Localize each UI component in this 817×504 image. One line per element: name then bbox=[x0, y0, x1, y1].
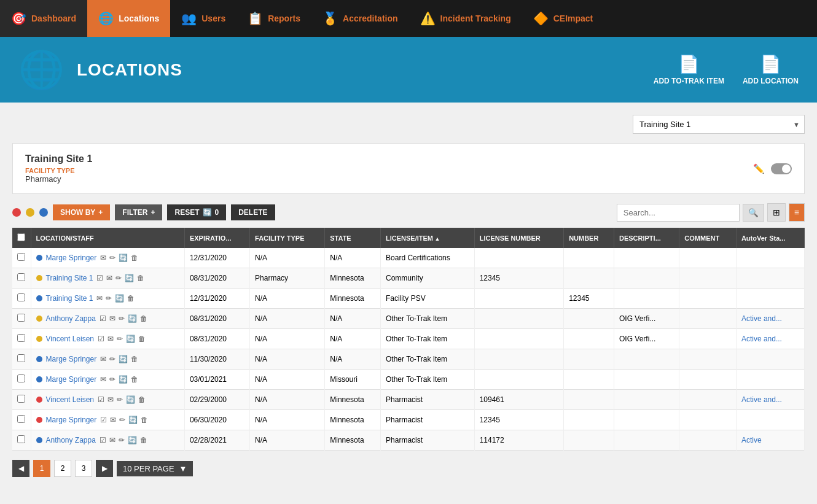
row-sync-icon[interactable]: 🔄 bbox=[119, 254, 128, 262]
per-page-selector[interactable]: 10 PER PAGE ▼ bbox=[117, 461, 193, 476]
row-name-link[interactable]: Training Site 1 bbox=[46, 274, 93, 282]
row-mail-icon[interactable]: ✉ bbox=[100, 355, 106, 363]
row-sync-icon[interactable]: 🔄 bbox=[119, 375, 128, 384]
row-name-link[interactable]: Marge Springer bbox=[46, 355, 97, 363]
row-checkbox[interactable] bbox=[17, 354, 25, 362]
row-mail-icon[interactable]: ✉ bbox=[100, 375, 106, 384]
row-delete-icon[interactable]: 🗑 bbox=[141, 416, 148, 424]
row-delete-icon[interactable]: 🗑 bbox=[131, 375, 138, 384]
row-name-link[interactable]: Training Site 1 bbox=[46, 294, 93, 303]
row-mail-icon[interactable]: ✉ bbox=[109, 314, 115, 323]
row-name-link[interactable]: Anthony Zappa bbox=[46, 436, 96, 444]
row-checkbox[interactable] bbox=[17, 395, 25, 403]
row-checkbox[interactable] bbox=[17, 415, 25, 423]
row-mail-icon[interactable]: ✉ bbox=[109, 436, 115, 444]
show-by-button[interactable]: SHOW BY + bbox=[53, 204, 110, 220]
nav-reports[interactable]: 📋 Reports bbox=[237, 0, 311, 37]
row-checkbox[interactable] bbox=[17, 334, 25, 342]
row-sync-icon[interactable]: 🔄 bbox=[126, 335, 135, 343]
row-name-link[interactable]: Marge Springer bbox=[46, 375, 97, 384]
row-sync-icon[interactable]: 🔄 bbox=[126, 395, 135, 404]
row-checkbox-cell[interactable] bbox=[12, 309, 31, 329]
row-edit-icon[interactable]: ✏ bbox=[109, 375, 115, 384]
row-edit-icon[interactable]: ✏ bbox=[117, 395, 123, 404]
row-check-icon[interactable]: ☑ bbox=[100, 416, 107, 424]
row-delete-icon[interactable]: 🗑 bbox=[140, 314, 147, 323]
row-sync-icon[interactable]: 🔄 bbox=[128, 436, 137, 444]
filter-dot-blue[interactable] bbox=[39, 208, 48, 217]
select-all-checkbox[interactable] bbox=[17, 233, 25, 241]
col-auto-ver-status[interactable]: AutoVer Sta... bbox=[736, 228, 804, 248]
filter-dot-red[interactable] bbox=[12, 208, 21, 217]
page-3-button[interactable]: 3 bbox=[75, 460, 92, 477]
site-selector[interactable]: Training Site 1 Training Site 2 bbox=[633, 115, 805, 134]
facility-edit-icon[interactable]: ✏️ bbox=[753, 163, 765, 174]
prev-page-button[interactable]: ◀ bbox=[12, 460, 29, 477]
col-state[interactable]: STATE bbox=[325, 228, 381, 248]
add-location-button[interactable]: 📄 ADD LOCATION bbox=[743, 54, 799, 85]
row-check-icon[interactable]: ☑ bbox=[100, 436, 106, 444]
nav-accreditation[interactable]: 🏅 Accreditation bbox=[311, 0, 408, 37]
row-checkbox[interactable] bbox=[17, 435, 25, 443]
filter-dot-yellow[interactable] bbox=[26, 208, 34, 217]
col-license-number[interactable]: LICENSE NUMBER bbox=[474, 228, 563, 248]
row-checkbox-cell[interactable] bbox=[12, 268, 31, 289]
reset-button[interactable]: RESET 🔄 0 bbox=[167, 204, 226, 220]
row-name-link[interactable]: Anthony Zappa bbox=[46, 314, 96, 323]
search-input[interactable] bbox=[617, 204, 740, 222]
row-checkbox[interactable] bbox=[17, 273, 25, 281]
row-delete-icon[interactable]: 🗑 bbox=[140, 436, 147, 444]
row-checkbox-cell[interactable] bbox=[12, 410, 31, 430]
row-edit-icon[interactable]: ✏ bbox=[109, 254, 115, 262]
facility-toggle[interactable] bbox=[771, 163, 792, 174]
list-view-button[interactable]: ≡ bbox=[789, 203, 805, 222]
row-name-link[interactable]: Vincent Leisen bbox=[46, 335, 95, 343]
nav-dashboard[interactable]: 🎯 Dashboard bbox=[0, 0, 87, 37]
row-sync-icon[interactable]: 🔄 bbox=[128, 314, 137, 323]
nav-incident-tracking[interactable]: ⚠️ Incident Tracking bbox=[409, 0, 522, 37]
row-sync-icon[interactable]: 🔄 bbox=[125, 274, 134, 282]
row-edit-icon[interactable]: ✏ bbox=[115, 274, 122, 282]
row-mail-icon[interactable]: ✉ bbox=[96, 294, 103, 303]
row-checkbox[interactable] bbox=[17, 293, 25, 301]
row-edit-icon[interactable]: ✏ bbox=[119, 436, 125, 444]
nav-users[interactable]: 👥 Users bbox=[170, 0, 237, 37]
row-edit-icon[interactable]: ✏ bbox=[119, 416, 125, 424]
row-delete-icon[interactable]: 🗑 bbox=[127, 294, 135, 303]
row-check-icon[interactable]: ☑ bbox=[96, 274, 103, 282]
row-sync-icon[interactable]: 🔄 bbox=[128, 416, 138, 424]
select-all-header[interactable] bbox=[12, 228, 31, 248]
row-sync-icon[interactable]: 🔄 bbox=[119, 355, 128, 363]
row-checkbox-cell[interactable] bbox=[12, 248, 31, 268]
row-name-link[interactable]: Vincent Leisen bbox=[46, 395, 95, 404]
row-checkbox[interactable] bbox=[17, 374, 25, 382]
col-expiration[interactable]: EXPIRATIO... bbox=[184, 228, 249, 248]
row-edit-icon[interactable]: ✏ bbox=[106, 294, 112, 303]
row-delete-icon[interactable]: 🗑 bbox=[138, 395, 146, 404]
row-delete-icon[interactable]: 🗑 bbox=[131, 254, 138, 262]
col-location-staff[interactable]: LOCATION/STAFF bbox=[31, 228, 184, 248]
row-mail-icon[interactable]: ✉ bbox=[100, 254, 106, 262]
row-check-icon[interactable]: ☑ bbox=[98, 335, 104, 343]
row-checkbox-cell[interactable] bbox=[12, 430, 31, 451]
filter-button[interactable]: FILTER + bbox=[115, 204, 162, 220]
row-mail-icon[interactable]: ✉ bbox=[108, 395, 114, 404]
row-name-link[interactable]: Marge Springer bbox=[46, 254, 97, 262]
col-number[interactable]: NUMBER bbox=[564, 228, 614, 248]
page-1-button[interactable]: 1 bbox=[33, 460, 50, 477]
row-delete-icon[interactable]: 🗑 bbox=[138, 335, 146, 343]
col-facility-type[interactable]: FACILITY TYPE bbox=[250, 228, 325, 248]
row-checkbox-cell[interactable] bbox=[12, 289, 31, 309]
row-edit-icon[interactable]: ✏ bbox=[109, 355, 115, 363]
row-checkbox[interactable] bbox=[17, 314, 25, 322]
row-name-link[interactable]: Marge Springer bbox=[46, 416, 97, 424]
col-comment[interactable]: COMMENT bbox=[679, 228, 737, 248]
row-checkbox-cell[interactable] bbox=[12, 349, 31, 370]
nav-locations[interactable]: 🌐 Locations bbox=[87, 0, 170, 37]
col-license-item[interactable]: LICENSE/ITEM bbox=[381, 228, 475, 248]
page-2-button[interactable]: 2 bbox=[54, 460, 71, 477]
col-description[interactable]: DESCRIPTI... bbox=[614, 228, 679, 248]
row-delete-icon[interactable]: 🗑 bbox=[137, 274, 144, 282]
row-edit-icon[interactable]: ✏ bbox=[119, 314, 125, 323]
nav-ceimpact[interactable]: 🔶 CEImpact bbox=[522, 0, 604, 37]
